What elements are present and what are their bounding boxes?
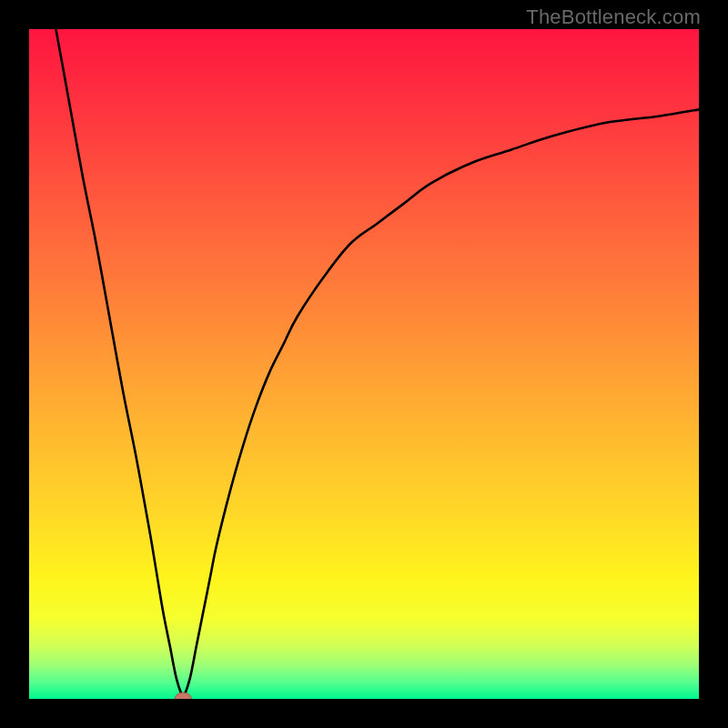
minimum-point-marker: [175, 693, 191, 699]
chart-frame: TheBottleneck.com: [0, 0, 728, 728]
right-branch-curve: [183, 109, 699, 699]
curve-layer: [29, 29, 699, 699]
watermark-label: TheBottleneck.com: [526, 5, 701, 29]
left-branch-curve: [56, 29, 183, 699]
plot-area: [29, 29, 699, 699]
